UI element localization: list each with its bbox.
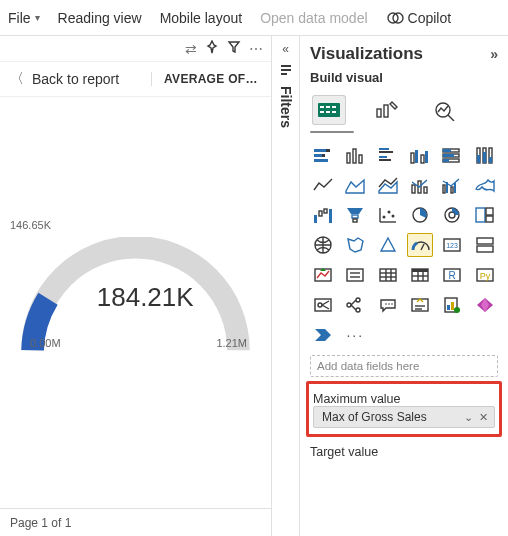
viz-key-influencers[interactable] [310, 293, 336, 317]
drill-mode-icon[interactable]: ⇄ [185, 41, 197, 57]
remove-field-icon[interactable]: ✕ [477, 411, 490, 424]
svg-text:R: R [449, 270, 456, 281]
svg-rect-7 [326, 106, 330, 108]
viz-python-visual[interactable]: Py [472, 263, 498, 287]
pin-icon[interactable] [205, 40, 219, 57]
well-placeholder-value[interactable]: Add data fields here [310, 355, 498, 377]
field-wells: Add data fields here Maximum value Max o… [310, 355, 498, 459]
back-to-report-button[interactable]: 〈 Back to report [10, 70, 119, 88]
well-field-maximum-text: Max of Gross Sales [322, 410, 427, 424]
viz-power-apps[interactable] [472, 293, 498, 317]
svg-rect-29 [415, 150, 418, 163]
viz-ribbon[interactable] [472, 173, 498, 197]
viz-funnel[interactable] [342, 203, 368, 227]
viz-clustered-bar[interactable] [375, 143, 401, 167]
viz-line-clustered-column[interactable] [439, 173, 465, 197]
svg-rect-6 [320, 106, 324, 108]
svg-rect-55 [352, 215, 358, 218]
menu-copilot-label: Copilot [408, 10, 452, 26]
collapse-left-icon[interactable]: « [282, 42, 289, 56]
svg-text:123: 123 [446, 242, 458, 249]
tab-analytics[interactable] [428, 95, 462, 125]
viz-qa[interactable] [375, 293, 401, 317]
well-label-target: Target value [310, 445, 498, 459]
expand-pane-icon[interactable]: » [490, 46, 498, 62]
viz-clustered-column[interactable] [407, 143, 433, 167]
svg-line-97 [351, 300, 356, 305]
svg-rect-37 [443, 159, 449, 162]
svg-rect-31 [425, 151, 428, 163]
menu-file[interactable]: File ▾ [8, 10, 40, 26]
svg-rect-33 [443, 149, 451, 152]
viz-stacked-column[interactable] [342, 143, 368, 167]
viz-gauge[interactable] [407, 233, 433, 257]
svg-rect-56 [353, 219, 357, 222]
viz-stacked-area[interactable] [375, 173, 401, 197]
chevron-down-icon[interactable]: ⌄ [462, 411, 475, 424]
svg-rect-18 [314, 154, 322, 157]
svg-rect-4 [281, 73, 287, 75]
viz-donut[interactable] [439, 203, 465, 227]
svg-rect-66 [486, 208, 493, 215]
viz-smart-narrative[interactable] [407, 293, 433, 317]
menu-copilot[interactable]: Copilot [386, 9, 452, 27]
viz-azure-map[interactable] [375, 233, 401, 257]
viz-table[interactable] [375, 263, 401, 287]
report-canvas[interactable]: 146.65K 184.21K 0.00M 1.21M [0, 97, 271, 508]
filter-icon[interactable] [227, 40, 241, 57]
more-options-icon[interactable]: ⋯ [249, 41, 263, 57]
viz-power-automate[interactable] [310, 323, 336, 347]
svg-rect-17 [326, 149, 330, 152]
gauge-visual[interactable]: 146.65K 184.21K 0.00M 1.21M [12, 237, 259, 364]
viz-r-visual[interactable]: R [439, 263, 465, 287]
svg-rect-54 [329, 209, 332, 223]
filters-label[interactable]: Filters [278, 86, 294, 128]
viz-waterfall[interactable] [310, 203, 336, 227]
viz-get-more[interactable]: ··· [342, 323, 368, 347]
viz-map[interactable] [310, 233, 336, 257]
svg-rect-43 [489, 157, 492, 163]
svg-rect-20 [314, 159, 328, 162]
viz-line[interactable] [310, 173, 336, 197]
viz-100-stacked-bar[interactable] [439, 143, 465, 167]
viz-100-stacked-column[interactable] [472, 143, 498, 167]
viz-slicer[interactable] [342, 263, 368, 287]
viz-filled-map[interactable] [342, 233, 368, 257]
well-field-maximum[interactable]: Max of Gross Sales ⌄ ✕ [313, 406, 495, 428]
svg-rect-35 [443, 154, 454, 157]
svg-rect-19 [322, 154, 325, 157]
svg-rect-46 [424, 187, 427, 193]
filters-icon[interactable] [279, 62, 293, 76]
svg-line-94 [322, 301, 329, 305]
svg-rect-108 [447, 305, 450, 310]
viz-matrix[interactable] [407, 263, 433, 287]
tab-underline [310, 131, 354, 133]
viz-stacked-bar[interactable] [310, 143, 336, 167]
svg-rect-39 [477, 155, 480, 163]
format-visual-icon [374, 99, 400, 121]
svg-point-99 [356, 298, 360, 302]
viz-pie[interactable] [407, 203, 433, 227]
tab-format-visual[interactable] [370, 95, 404, 125]
viz-line-stacked-column[interactable] [407, 173, 433, 197]
viz-card[interactable]: 123 [439, 233, 465, 257]
viz-paginated-report[interactable] [439, 293, 465, 317]
menu-reading-view[interactable]: Reading view [58, 10, 142, 26]
svg-rect-73 [477, 246, 493, 252]
viz-decomposition-tree[interactable] [342, 293, 368, 317]
svg-point-100 [356, 308, 360, 312]
build-visual-label: Build visual [310, 70, 498, 85]
viz-scatter[interactable] [375, 203, 401, 227]
menu-mobile-layout[interactable]: Mobile layout [160, 10, 243, 26]
visualizations-pane: Visualizations » Build visual [300, 36, 508, 536]
viz-area[interactable] [342, 173, 368, 197]
copilot-icon [386, 9, 404, 27]
svg-rect-3 [281, 69, 291, 71]
viz-multi-row-card[interactable] [472, 233, 498, 257]
viz-kpi[interactable] [310, 263, 336, 287]
viz-treemap[interactable] [472, 203, 498, 227]
svg-rect-51 [314, 215, 317, 223]
svg-rect-49 [451, 187, 453, 193]
tab-build-visual[interactable] [312, 95, 346, 125]
svg-point-60 [387, 211, 390, 214]
